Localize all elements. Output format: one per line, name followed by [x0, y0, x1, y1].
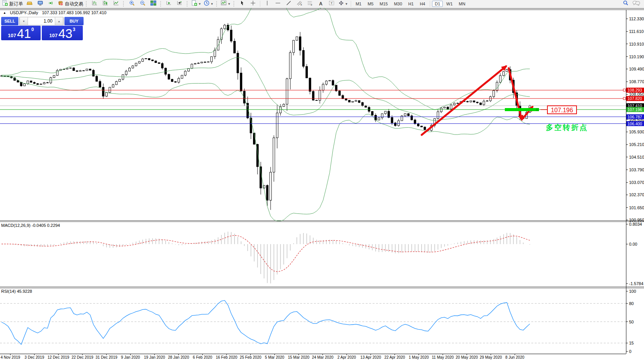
arrows-dropdown[interactable]: ▼: [337, 0, 349, 8]
candle-body: [476, 102, 478, 103]
gold-button[interactable]: [24, 0, 35, 8]
date-axis[interactable]: 4 Nov 20193 Dec 201912 Dec 201922 Dec 20…: [0, 354, 524, 359]
timeframe-button-MN[interactable]: MN: [456, 1, 468, 7]
bid-pipette: 0: [31, 27, 34, 32]
timeframe-button-M1[interactable]: M1: [353, 1, 364, 7]
timeframe-button-H4[interactable]: H4: [417, 1, 428, 7]
text-tool[interactable]: A: [315, 0, 326, 8]
zoom-out-button[interactable]: [137, 0, 148, 8]
line-chart-button[interactable]: [111, 0, 122, 8]
volume-decrease-button[interactable]: ▼: [20, 17, 28, 25]
bid-quote[interactable]: 107 41 0: [1, 26, 41, 40]
timeframe-button-M15[interactable]: M15: [377, 1, 390, 7]
hosting-button[interactable]: [35, 0, 46, 8]
price-badge-label: 107.820: [628, 96, 642, 101]
bid-prefix: 107: [8, 33, 16, 38]
candle-body: [447, 107, 449, 109]
price-axis-label: 102.370: [629, 192, 644, 197]
search-button[interactable]: [620, 0, 631, 8]
autotrading-button[interactable]: 自动交易: [56, 0, 84, 8]
timeframe-button-D1[interactable]: D1: [432, 1, 443, 7]
candle-body: [197, 63, 199, 63]
candle-body: [391, 118, 393, 123]
trendline-tool[interactable]: [283, 0, 294, 8]
auto-scroll-button[interactable]: [164, 0, 174, 8]
text-label-tool[interactable]: T: [326, 0, 337, 8]
channel-tool[interactable]: E: [294, 0, 305, 8]
timeframe-button-H1[interactable]: H1: [406, 1, 416, 7]
fibonacci-tool[interactable]: F: [305, 0, 315, 8]
candle-body: [233, 41, 235, 53]
period-dropdown[interactable]: ▼: [202, 0, 215, 8]
dropdown-arrow-icon: ▼: [210, 2, 214, 6]
autotrading-icon: [58, 0, 64, 8]
price-axis[interactable]: 112.330111.610110.910110.190109.490108.7…: [626, 16, 644, 222]
rsi-axis[interactable]: 1008050150: [626, 289, 636, 354]
candlestick-chart-icon: [102, 0, 108, 8]
macd-axis[interactable]: 0.80340.00-1.5784: [626, 222, 643, 286]
toolbar-grip: [216, 1, 218, 7]
timeframe-button-M30[interactable]: M30: [391, 1, 405, 7]
text-icon: A: [319, 1, 322, 7]
indicators-dropdown[interactable]: ▼: [220, 0, 232, 8]
candle-body: [381, 114, 383, 118]
chart-canvas[interactable]: 112.330111.610110.910110.190109.490108.7…: [0, 0, 644, 361]
fibonacci-icon: F: [307, 0, 313, 8]
horizontal-line-tool[interactable]: [273, 0, 283, 8]
monitor-icon: [37, 0, 43, 8]
candle-body: [99, 81, 101, 87]
candle-body: [96, 76, 98, 81]
toolbar-separator: [260, 1, 260, 7]
candle-body: [312, 91, 314, 100]
date-axis-label: 16 Feb 2020: [216, 355, 238, 359]
crosshair-button[interactable]: [248, 0, 258, 8]
chart-shift-button[interactable]: [174, 0, 185, 8]
chart-shift-icon: [177, 0, 183, 8]
candle-body: [319, 90, 321, 100]
candle-body: [345, 99, 347, 100]
new-order-button[interactable]: 新订单: [1, 0, 24, 8]
date-axis-label: 8 Jun 2020: [505, 355, 524, 359]
candle-body: [66, 68, 68, 69]
candle-body: [398, 121, 399, 126]
new-chart-dropdown[interactable]: ▼: [190, 0, 202, 8]
date-axis-label: 22 Apr 2020: [384, 355, 405, 359]
volume-input[interactable]: 1.00: [28, 17, 55, 25]
toolbar-separator: [430, 1, 430, 7]
volume-increase-button[interactable]: ▲: [55, 17, 63, 25]
candle-body: [473, 101, 475, 102]
candle-body: [506, 69, 508, 71]
candle-body: [89, 69, 91, 70]
timeframe-button-M5[interactable]: M5: [365, 1, 376, 7]
rsi-axis-label: 0: [629, 349, 631, 354]
chat-button[interactable]: [631, 0, 642, 8]
candlestick-chart-button[interactable]: [100, 0, 111, 8]
tile-windows-button[interactable]: [148, 0, 159, 8]
annotations[interactable]: 107.196多空转折点: [505, 89, 626, 131]
price-axis-label: 103.070: [629, 180, 644, 185]
candle-body: [361, 102, 363, 106]
buy-button[interactable]: BUY: [64, 17, 84, 25]
horizontal-line-icon: [275, 0, 281, 8]
zoom-in-icon: [129, 0, 135, 8]
candle-body: [368, 107, 370, 112]
sell-button[interactable]: SELL: [1, 17, 18, 25]
dropdown-arrow-icon: ▼: [198, 2, 201, 6]
cursor-button[interactable]: [237, 0, 248, 8]
bar-chart-button[interactable]: [89, 0, 100, 8]
timeframe-button-W1[interactable]: W1: [444, 1, 455, 7]
chart-ohlc-values: 107.333 107.483 106.992 107.410: [42, 10, 106, 15]
candle-body: [76, 71, 78, 71]
rsi-label: RSI(14) 45.9228: [1, 289, 32, 294]
bid-big-digits: 41: [17, 27, 31, 40]
candle-body: [178, 79, 180, 82]
zoom-in-button[interactable]: [127, 0, 137, 8]
candle-body: [407, 113, 409, 116]
candle-body: [138, 61, 140, 63]
ask-quote[interactable]: 107 43 3: [42, 26, 83, 40]
candle-body: [394, 123, 396, 126]
signals-button[interactable]: [46, 0, 56, 8]
vertical-line-tool[interactable]: [262, 0, 273, 8]
rsi-line: [2, 300, 530, 345]
timeframe-toolbar: M1M5M15M30H1H4D1W1MN: [353, 1, 468, 7]
